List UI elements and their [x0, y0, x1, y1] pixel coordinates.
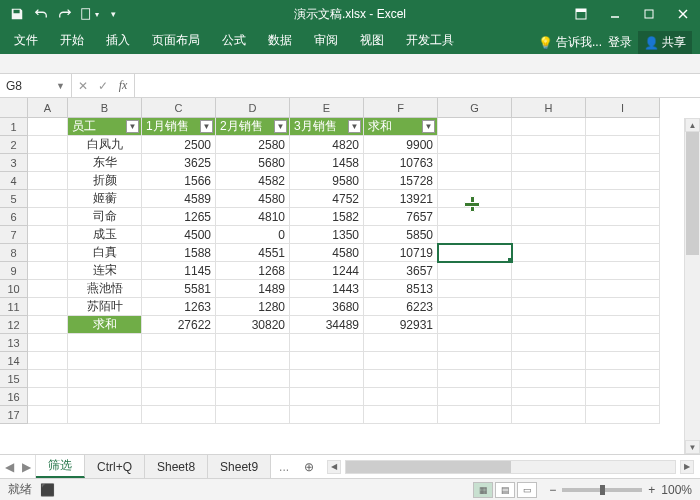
formula-enter[interactable]: ✓	[96, 79, 110, 93]
sheet-tab-3[interactable]: Sheet9	[208, 455, 271, 478]
cell-C12[interactable]: 27622	[142, 316, 216, 334]
cell-F5[interactable]: 13921	[364, 190, 438, 208]
zoom-value[interactable]: 100%	[661, 483, 692, 497]
zoom-out[interactable]: −	[549, 483, 556, 497]
cell-C1[interactable]: 1月销售▼	[142, 118, 216, 136]
cell-C14[interactable]	[142, 352, 216, 370]
view-page-break[interactable]: ▭	[517, 482, 537, 498]
cell-F16[interactable]	[364, 388, 438, 406]
cell-B8[interactable]: 白真	[68, 244, 142, 262]
cell-F4[interactable]: 15728	[364, 172, 438, 190]
cell-D1[interactable]: 2月销售▼	[216, 118, 290, 136]
cell-H10[interactable]	[512, 280, 586, 298]
ribbon-tab-0[interactable]: 文件	[4, 27, 48, 54]
cell-C9[interactable]: 1145	[142, 262, 216, 280]
row-header-16[interactable]: 16	[0, 388, 28, 406]
filter-dropdown-D[interactable]: ▼	[274, 120, 287, 133]
qat-undo[interactable]	[30, 3, 52, 25]
cell-C11[interactable]: 1263	[142, 298, 216, 316]
ribbon-tab-6[interactable]: 审阅	[304, 27, 348, 54]
cell-C15[interactable]	[142, 370, 216, 388]
cell-G2[interactable]	[438, 136, 512, 154]
cell-A6[interactable]	[28, 208, 68, 226]
filter-dropdown-B[interactable]: ▼	[126, 120, 139, 133]
cell-A10[interactable]	[28, 280, 68, 298]
cell-G14[interactable]	[438, 352, 512, 370]
cell-C10[interactable]: 5581	[142, 280, 216, 298]
ribbon-display-options[interactable]	[564, 0, 598, 28]
ribbon-tab-8[interactable]: 开发工具	[396, 27, 464, 54]
cell-G1[interactable]	[438, 118, 512, 136]
cell-E10[interactable]: 1443	[290, 280, 364, 298]
row-header-13[interactable]: 13	[0, 334, 28, 352]
cell-E16[interactable]	[290, 388, 364, 406]
qat-redo[interactable]	[54, 3, 76, 25]
cell-H17[interactable]	[512, 406, 586, 424]
cell-G3[interactable]	[438, 154, 512, 172]
cell-D2[interactable]: 2580	[216, 136, 290, 154]
cell-A5[interactable]	[28, 190, 68, 208]
cell-D11[interactable]: 1280	[216, 298, 290, 316]
cell-A17[interactable]	[28, 406, 68, 424]
sheet-tab-0[interactable]: 筛选	[36, 455, 85, 478]
cell-C13[interactable]	[142, 334, 216, 352]
filter-dropdown-C[interactable]: ▼	[200, 120, 213, 133]
cell-G17[interactable]	[438, 406, 512, 424]
cell-D8[interactable]: 4551	[216, 244, 290, 262]
row-header-5[interactable]: 5	[0, 190, 28, 208]
cell-B4[interactable]: 折颜	[68, 172, 142, 190]
cell-D13[interactable]	[216, 334, 290, 352]
cell-B16[interactable]	[68, 388, 142, 406]
cell-D7[interactable]: 0	[216, 226, 290, 244]
cell-F15[interactable]	[364, 370, 438, 388]
cell-F1[interactable]: 求和▼	[364, 118, 438, 136]
cell-B13[interactable]	[68, 334, 142, 352]
cell-C16[interactable]	[142, 388, 216, 406]
cell-I6[interactable]	[586, 208, 660, 226]
col-header-A[interactable]: A	[28, 98, 68, 118]
cell-G5[interactable]	[438, 190, 512, 208]
cell-F9[interactable]: 3657	[364, 262, 438, 280]
cell-B12[interactable]: 求和	[68, 316, 142, 334]
cell-H4[interactable]	[512, 172, 586, 190]
cell-F10[interactable]: 8513	[364, 280, 438, 298]
cell-E8[interactable]: 4580	[290, 244, 364, 262]
cell-A8[interactable]	[28, 244, 68, 262]
cell-B1[interactable]: 员工▼	[68, 118, 142, 136]
maximize-button[interactable]	[632, 0, 666, 28]
cell-I4[interactable]	[586, 172, 660, 190]
cell-G6[interactable]	[438, 208, 512, 226]
cell-E11[interactable]: 3680	[290, 298, 364, 316]
cell-G15[interactable]	[438, 370, 512, 388]
cell-G10[interactable]	[438, 280, 512, 298]
cell-B11[interactable]: 苏陌叶	[68, 298, 142, 316]
sheet-nav-prev-icon[interactable]: ◀	[5, 460, 14, 474]
hscroll-thumb[interactable]	[346, 461, 510, 473]
row-header-9[interactable]: 9	[0, 262, 28, 280]
cell-D3[interactable]: 5680	[216, 154, 290, 172]
row-header-14[interactable]: 14	[0, 352, 28, 370]
cell-B7[interactable]: 成玉	[68, 226, 142, 244]
cell-I11[interactable]	[586, 298, 660, 316]
cell-B9[interactable]: 连宋	[68, 262, 142, 280]
cell-G9[interactable]	[438, 262, 512, 280]
cell-I2[interactable]	[586, 136, 660, 154]
cell-I1[interactable]	[586, 118, 660, 136]
cell-D14[interactable]	[216, 352, 290, 370]
col-header-C[interactable]: C	[142, 98, 216, 118]
cell-D17[interactable]	[216, 406, 290, 424]
cell-F12[interactable]: 92931	[364, 316, 438, 334]
row-header-7[interactable]: 7	[0, 226, 28, 244]
cell-E13[interactable]	[290, 334, 364, 352]
row-header-12[interactable]: 12	[0, 316, 28, 334]
cell-G16[interactable]	[438, 388, 512, 406]
cell-C17[interactable]	[142, 406, 216, 424]
qat-save[interactable]	[6, 3, 28, 25]
cell-H7[interactable]	[512, 226, 586, 244]
zoom-slider[interactable]	[562, 488, 642, 492]
sheet-nav[interactable]: ◀▶	[0, 455, 36, 478]
cell-E17[interactable]	[290, 406, 364, 424]
share-button[interactable]: 👤共享	[638, 31, 692, 54]
row-header-6[interactable]: 6	[0, 208, 28, 226]
horizontal-scrollbar[interactable]: ◀ ▶	[321, 460, 700, 474]
